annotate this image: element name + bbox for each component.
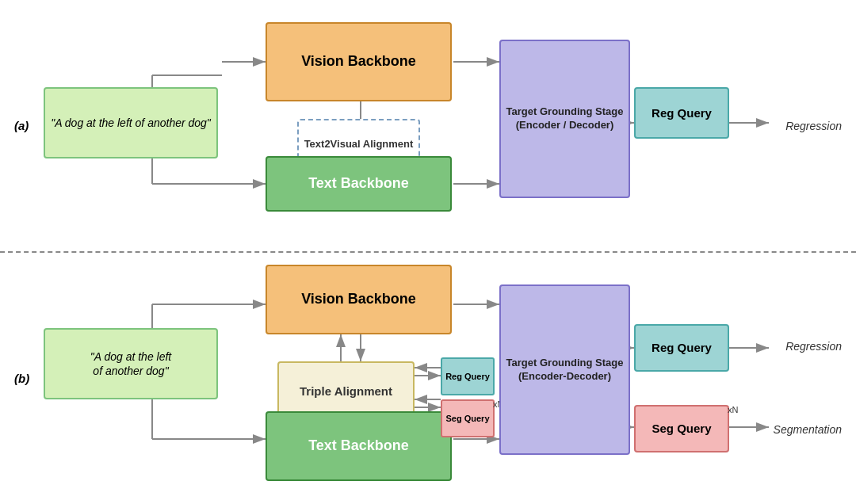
section-a-label: (a): [14, 118, 29, 134]
target-grounding-a: Target Grounding Stage (Encoder / Decode…: [499, 40, 630, 198]
reg-query-a: Reg Query: [634, 87, 729, 139]
section-b: (b): [0, 253, 856, 504]
text-input-a: "A dog at the left of another dog": [44, 87, 218, 158]
small-reg-query-b: Reg Query: [441, 357, 495, 395]
text-backbone-a: Text Backbone: [266, 156, 452, 212]
vision-backbone-a: Vision Backbone: [266, 22, 452, 101]
target-grounding-b: Target Grounding Stage (Encoder-Decoder): [499, 284, 630, 455]
output-regression-a: Regression: [785, 120, 842, 132]
section-b-label: (b): [14, 371, 29, 387]
small-seg-query-b: Seg Query: [441, 399, 495, 437]
xn-label-2: xN: [728, 405, 738, 414]
section-a: (a): [0, 0, 856, 251]
reg-query-b: Reg Query: [634, 324, 729, 372]
vision-backbone-b: Vision Backbone: [266, 265, 452, 334]
text-input-b: "A dog at the leftof another dog": [44, 328, 218, 399]
output-segmentation-b: Segmentation: [774, 423, 842, 436]
text-backbone-b: Text Backbone: [266, 411, 452, 481]
output-regression-b: Regression: [785, 340, 842, 353]
diagram-container: (a): [0, 0, 856, 504]
seg-query-b: Seg Query: [634, 405, 729, 452]
